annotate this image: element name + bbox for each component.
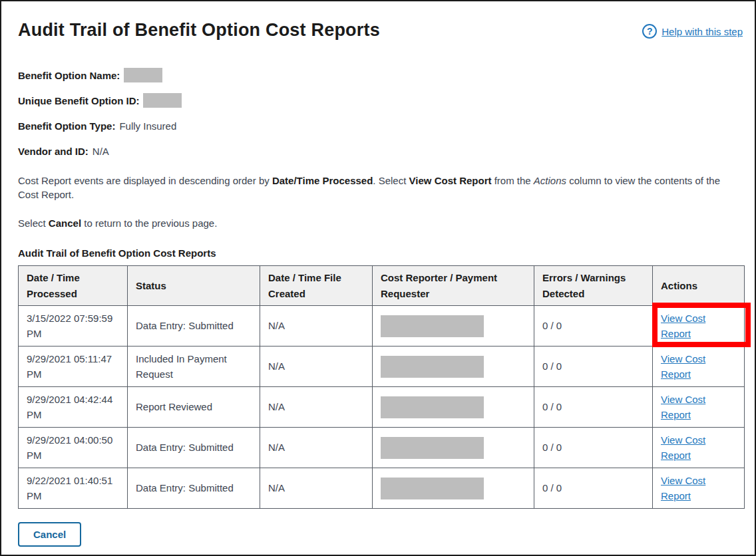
question-circle-icon: ?: [642, 24, 657, 39]
cell-errors-warnings: 0 / 0: [534, 428, 653, 468]
cell-cost-reporter: [373, 468, 534, 509]
info-field-benefit-option-name: Benefit Option Name:: [18, 67, 743, 83]
instruction-text: Select: [18, 217, 49, 229]
info-field-benefit-option-type: Benefit Option Type: Fully Insured: [18, 118, 743, 134]
redacted-benefit-option-name: [124, 68, 162, 82]
column-header-date-time-file-created: Date / Time File Created: [260, 266, 373, 306]
redacted-cost-reporter: [381, 315, 484, 337]
cell-date-time-processed: 9/22/2021 01:40:51 PM: [19, 468, 128, 509]
cell-status: Included In Payment Request: [128, 347, 260, 387]
redacted-cost-reporter: [381, 478, 484, 499]
redacted-cost-reporter: [381, 356, 484, 378]
column-header-errors-warnings: Errors / Warnings Detected: [534, 266, 653, 306]
cell-cost-reporter: [373, 387, 534, 428]
audit-table: Date / Time Processed Status Date / Time…: [18, 265, 745, 509]
instructions-paragraph-1: Cost Report events are displayed in desc…: [18, 174, 743, 202]
cell-actions: View Cost Report: [653, 387, 745, 428]
view-cost-report-link[interactable]: View Cost Report: [661, 313, 705, 339]
table-row: 9/22/2021 01:40:51 PM Data Entry: Submit…: [19, 468, 745, 509]
cell-status: Data Entry: Submitted: [128, 306, 260, 347]
cancel-button[interactable]: Cancel: [18, 522, 81, 547]
table-header-row: Date / Time Processed Status Date / Time…: [19, 266, 745, 306]
instruction-text: Cost Report events are displayed in desc…: [18, 175, 272, 186]
column-header-status: Status: [128, 266, 260, 306]
instructions-paragraph-2: Select Cancel to return to the previous …: [18, 216, 743, 230]
cell-status: Data Entry: Submitted: [128, 428, 260, 468]
table-row: 9/29/2021 04:42:44 PM Report Reviewed N/…: [19, 387, 745, 428]
redacted-unique-benefit-option-id: [143, 93, 182, 108]
cell-status: Data Entry: Submitted: [128, 468, 260, 509]
vendor-and-id-label: Vendor and ID:: [18, 146, 89, 157]
cell-errors-warnings: 0 / 0: [534, 306, 653, 347]
instruction-text: from the: [491, 175, 533, 186]
cell-date-time-file-created: N/A: [260, 347, 373, 387]
instruction-bold-cancel: Cancel: [49, 217, 81, 229]
benefit-option-type-value: Fully Insured: [119, 120, 176, 132]
view-cost-report-link[interactable]: View Cost Report: [661, 475, 705, 501]
info-field-unique-benefit-option-id: Unique Benefit Option ID:: [18, 92, 743, 108]
instruction-bold-date-time-processed: Date/Time Processed: [272, 175, 373, 186]
cell-date-time-file-created: N/A: [260, 387, 373, 428]
cell-date-time-processed: 9/29/2021 04:42:44 PM: [19, 387, 128, 428]
table-caption: Audit Trail of Benefit Option Cost Repor…: [18, 247, 743, 259]
table-row: 9/29/2021 04:00:50 PM Data Entry: Submit…: [19, 428, 745, 468]
column-header-actions: Actions: [653, 266, 745, 306]
instruction-text: . Select: [373, 175, 409, 186]
table-row: 9/29/2021 05:11:47 PM Included In Paymen…: [19, 347, 745, 387]
vendor-and-id-value: N/A: [93, 146, 109, 157]
column-header-cost-reporter: Cost Reporter / Payment Requester: [373, 266, 534, 306]
page-title: Audit Trail of Benefit Option Cost Repor…: [18, 20, 380, 41]
cell-errors-warnings: 0 / 0: [534, 387, 653, 428]
cell-cost-reporter: [373, 306, 534, 347]
view-cost-report-link[interactable]: View Cost Report: [661, 394, 705, 420]
instruction-bold-view-cost-report: View Cost Report: [409, 175, 492, 186]
cell-date-time-processed: 9/29/2021 04:00:50 PM: [19, 428, 128, 468]
benefit-option-name-label: Benefit Option Name:: [18, 70, 120, 81]
cell-date-time-processed: 9/29/2021 05:11:47 PM: [19, 347, 128, 387]
instruction-italic-actions: Actions: [534, 175, 566, 186]
cell-actions: View Cost Report: [653, 347, 745, 387]
unique-benefit-option-id-label: Unique Benefit Option ID:: [18, 95, 139, 106]
cell-date-time-processed: 3/15/2022 07:59:59 PM: [19, 306, 128, 347]
table-row: 3/15/2022 07:59:59 PM Data Entry: Submit…: [19, 306, 745, 347]
cell-errors-warnings: 0 / 0: [534, 347, 653, 387]
view-cost-report-link[interactable]: View Cost Report: [661, 434, 705, 461]
cell-actions: View Cost Report: [653, 468, 745, 509]
view-cost-report-link[interactable]: View Cost Report: [661, 353, 705, 380]
cell-actions: View Cost Report: [653, 306, 745, 347]
cell-date-time-file-created: N/A: [260, 306, 373, 347]
page: Audit Trail of Benefit Option Cost Repor…: [0, 0, 756, 556]
page-header: Audit Trail of Benefit Option Cost Repor…: [18, 20, 743, 41]
cell-date-time-file-created: N/A: [260, 428, 373, 468]
cell-date-time-file-created: N/A: [260, 468, 373, 509]
benefit-option-type-label: Benefit Option Type:: [18, 120, 115, 132]
cell-status: Report Reviewed: [128, 387, 260, 428]
redacted-cost-reporter: [381, 396, 484, 418]
help-link-label: Help with this step: [662, 26, 743, 37]
cell-cost-reporter: [373, 428, 534, 468]
benefit-option-info: Benefit Option Name: Unique Benefit Opti…: [18, 67, 743, 159]
cell-cost-reporter: [373, 347, 534, 387]
info-field-vendor-and-id: Vendor and ID: N/A: [18, 143, 743, 159]
cell-errors-warnings: 0 / 0: [534, 468, 653, 509]
redacted-cost-reporter: [381, 437, 484, 459]
audit-table-container: Date / Time Processed Status Date / Time…: [18, 265, 743, 509]
cell-actions: View Cost Report: [653, 428, 745, 468]
help-link[interactable]: ? Help with this step: [642, 24, 743, 39]
column-header-date-time-processed: Date / Time Processed: [19, 266, 128, 306]
instruction-text: to return to the previous page.: [81, 217, 217, 229]
